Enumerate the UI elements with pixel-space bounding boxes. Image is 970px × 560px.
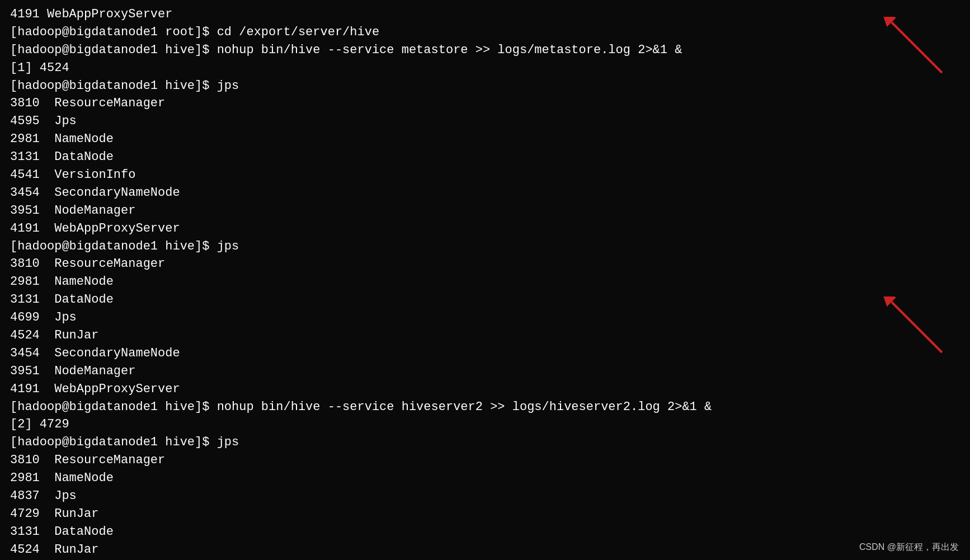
terminal-line: 2981 NameNode — [10, 469, 960, 487]
terminal-line: [1] 4524 — [10, 59, 960, 77]
terminal-output: 4191 WebAppProxyServer[hadoop@bigdatanod… — [10, 6, 960, 560]
terminal-line: 4541 VersionInfo — [10, 166, 960, 184]
terminal-line: [hadoop@bigdatanode1 root]$ cd /export/s… — [10, 23, 960, 41]
terminal-line: 4191 WebAppProxyServer — [10, 220, 960, 238]
terminal-line: 4191 WebAppProxyServer — [10, 6, 960, 23]
terminal-line: 4191 WebAppProxyServer — [10, 380, 960, 398]
terminal-line: 3810 ResourceManager — [10, 95, 960, 112]
terminal-line: 3810 ResourceManager — [10, 255, 960, 273]
terminal-line: 3810 ResourceManager — [10, 451, 960, 469]
terminal-line: [hadoop@bigdatanode1 hive]$ nohup bin/hi… — [10, 398, 960, 416]
terminal-window: 4191 WebAppProxyServer[hadoop@bigdatanod… — [0, 0, 970, 560]
terminal-line: 3131 DataNode — [10, 291, 960, 309]
terminal-line: 2981 NameNode — [10, 273, 960, 291]
terminal-line: 3454 SecondaryNameNode — [10, 345, 960, 363]
terminal-line: 3131 DataNode — [10, 148, 960, 166]
terminal-line: 4837 Jps — [10, 487, 960, 505]
terminal-line: 4595 Jps — [10, 112, 960, 130]
terminal-line: 4524 RunJar — [10, 541, 960, 559]
terminal-line: [hadoop@bigdatanode1 hive]$ jps — [10, 238, 960, 256]
terminal-line: [hadoop@bigdatanode1 hive]$ nohup bin/hi… — [10, 41, 960, 59]
terminal-line: 4524 RunJar — [10, 327, 960, 345]
terminal-line: [2] 4729 — [10, 416, 960, 434]
watermark-text: CSDN @新征程，再出发 — [859, 542, 959, 553]
terminal-line: [hadoop@bigdatanode1 hive]$ jps — [10, 77, 960, 95]
terminal-line: 4729 RunJar — [10, 505, 960, 523]
terminal-line: [hadoop@bigdatanode1 hive]$ jps — [10, 434, 960, 451]
terminal-line: 2981 NameNode — [10, 130, 960, 148]
terminal-line: 3951 NodeManager — [10, 363, 960, 380]
terminal-line: 3951 NodeManager — [10, 202, 960, 220]
terminal-line: 3454 SecondaryNameNode — [10, 184, 960, 202]
terminal-line: 4699 Jps — [10, 309, 960, 327]
terminal-line: 3131 DataNode — [10, 523, 960, 541]
